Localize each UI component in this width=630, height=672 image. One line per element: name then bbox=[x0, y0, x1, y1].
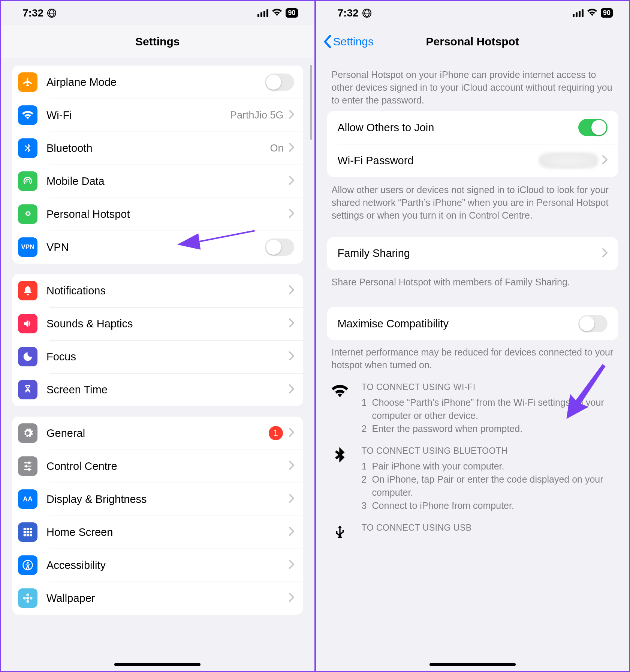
row-label: Wallpaper bbox=[46, 592, 289, 604]
row-label: Accessibility bbox=[46, 559, 289, 572]
wifi-icon bbox=[587, 9, 597, 18]
accessibility-icon bbox=[18, 555, 37, 575]
intro-description: Personal Hotspot on your iPhone can prov… bbox=[332, 69, 614, 106]
row-label: Wi-Fi Password bbox=[338, 154, 539, 167]
scroll-indicator[interactable] bbox=[310, 65, 312, 140]
svg-rect-3 bbox=[24, 531, 26, 533]
connect-usb-section: TO CONNECT USING USB bbox=[332, 523, 614, 541]
hotspot-icon bbox=[18, 204, 37, 224]
allow-others-toggle[interactable] bbox=[578, 119, 608, 136]
hotspot-group-compat: Maximise Compatibility bbox=[327, 307, 618, 340]
row-control-centre[interactable]: Control Centre bbox=[12, 450, 303, 483]
chevron-right-icon bbox=[289, 527, 294, 537]
status-time: 7:32 bbox=[22, 7, 43, 19]
wifi-icon bbox=[272, 9, 282, 18]
row-maximise-compatibility[interactable]: Maximise Compatibility bbox=[327, 307, 618, 340]
connect-title: TO CONNECT USING USB bbox=[362, 523, 614, 533]
svg-rect-8 bbox=[30, 534, 32, 536]
row-airplane-mode[interactable]: Airplane Mode bbox=[12, 66, 303, 99]
row-display-brightness[interactable]: AA Display & Brightness bbox=[12, 483, 303, 516]
airplane-icon bbox=[18, 72, 37, 92]
chevron-right-icon bbox=[602, 155, 608, 166]
row-allow-others[interactable]: Allow Others to Join bbox=[327, 111, 618, 144]
row-bluetooth[interactable]: Bluetooth On bbox=[12, 132, 303, 165]
svg-rect-4 bbox=[27, 531, 29, 533]
chevron-right-icon bbox=[289, 285, 294, 296]
chevron-right-icon bbox=[289, 593, 294, 603]
row-label: Allow Others to Join bbox=[338, 122, 579, 134]
row-focus[interactable]: Focus bbox=[12, 340, 303, 373]
row-notifications[interactable]: Notifications bbox=[12, 274, 303, 307]
back-button[interactable]: Settings bbox=[323, 35, 374, 48]
hourglass-icon bbox=[18, 380, 37, 399]
allow-description: Allow other users or devices not signed … bbox=[332, 184, 614, 222]
row-accessibility[interactable]: Accessibility bbox=[12, 549, 303, 582]
nav-header: Settings bbox=[1, 25, 314, 58]
page-title: Personal Hotspot bbox=[426, 35, 519, 48]
row-label: General bbox=[46, 427, 269, 440]
chevron-right-icon bbox=[289, 351, 294, 362]
back-label: Settings bbox=[333, 35, 374, 48]
row-label: Airplane Mode bbox=[46, 76, 265, 88]
flower-icon bbox=[18, 588, 37, 608]
row-label: Mobile Data bbox=[46, 175, 289, 188]
notification-badge: 1 bbox=[269, 426, 283, 440]
password-hidden bbox=[539, 152, 599, 169]
svg-rect-5 bbox=[30, 531, 32, 533]
chevron-right-icon bbox=[289, 209, 294, 219]
bluetooth-icon bbox=[332, 446, 350, 512]
chevron-right-icon bbox=[289, 143, 294, 153]
row-general[interactable]: General 1 bbox=[12, 417, 303, 450]
home-indicator[interactable] bbox=[429, 663, 516, 666]
page-title: Settings bbox=[135, 35, 180, 48]
chevron-right-icon bbox=[289, 461, 294, 471]
cellular-icon bbox=[257, 9, 268, 17]
svg-rect-1 bbox=[27, 528, 29, 530]
wifi-icon bbox=[332, 382, 350, 435]
globe-icon bbox=[47, 9, 56, 18]
connect-title: TO CONNECT USING BLUETOOTH bbox=[362, 446, 614, 456]
chevron-right-icon bbox=[289, 560, 294, 570]
bluetooth-value: On bbox=[270, 142, 283, 154]
compat-description: Internet performance may be reduced for … bbox=[332, 346, 614, 372]
row-label: Family Sharing bbox=[338, 247, 603, 260]
antenna-icon bbox=[18, 171, 37, 191]
chevron-right-icon bbox=[289, 494, 294, 504]
row-screen-time[interactable]: Screen Time bbox=[12, 373, 303, 406]
chevron-right-icon bbox=[289, 176, 294, 186]
svg-rect-0 bbox=[24, 528, 26, 530]
row-label: Bluetooth bbox=[46, 142, 270, 154]
svg-rect-7 bbox=[27, 534, 29, 536]
row-wifi-password[interactable]: Wi-Fi Password bbox=[327, 144, 618, 177]
row-family-sharing[interactable]: Family Sharing bbox=[327, 237, 618, 270]
compat-toggle[interactable] bbox=[578, 315, 608, 332]
row-personal-hotspot[interactable]: Personal Hotspot bbox=[12, 198, 303, 231]
vpn-toggle[interactable] bbox=[265, 238, 294, 256]
row-wallpaper[interactable]: Wallpaper bbox=[12, 582, 303, 615]
row-mobile-data[interactable]: Mobile Data bbox=[12, 165, 303, 198]
row-sounds[interactable]: Sounds & Haptics bbox=[12, 307, 303, 340]
home-indicator[interactable] bbox=[114, 663, 201, 666]
row-label: Screen Time bbox=[46, 384, 289, 396]
vpn-icon: VPN bbox=[18, 237, 37, 257]
settings-group-connectivity: Airplane Mode Wi-Fi ParthJio 5G Bluetoot… bbox=[12, 66, 303, 264]
chevron-right-icon bbox=[289, 428, 294, 438]
settings-group-alerts: Notifications Sounds & Haptics Focus Scr… bbox=[12, 274, 303, 406]
chevron-right-icon bbox=[602, 248, 608, 259]
row-label: Control Centre bbox=[46, 460, 289, 472]
row-label: Display & Brightness bbox=[46, 493, 289, 506]
wifi-settings-icon bbox=[18, 105, 37, 125]
chevron-right-icon bbox=[289, 318, 294, 329]
row-home-screen[interactable]: Home Screen bbox=[12, 516, 303, 549]
apps-grid-icon bbox=[18, 522, 37, 542]
text-size-icon: AA bbox=[18, 489, 37, 509]
connect-bluetooth-section: TO CONNECT USING BLUETOOTH 1Pair iPhone … bbox=[332, 446, 614, 512]
nav-header: Settings Personal Hotspot bbox=[316, 25, 630, 58]
connect-step: On iPhone, tap Pair or enter the code di… bbox=[372, 473, 614, 499]
connect-step: Enter the password when prompted. bbox=[372, 422, 523, 435]
airplane-toggle[interactable] bbox=[265, 74, 294, 91]
row-wifi[interactable]: Wi-Fi ParthJio 5G bbox=[12, 99, 303, 132]
svg-point-10 bbox=[27, 562, 29, 564]
status-time: 7:32 bbox=[338, 7, 359, 19]
globe-icon bbox=[362, 9, 371, 18]
